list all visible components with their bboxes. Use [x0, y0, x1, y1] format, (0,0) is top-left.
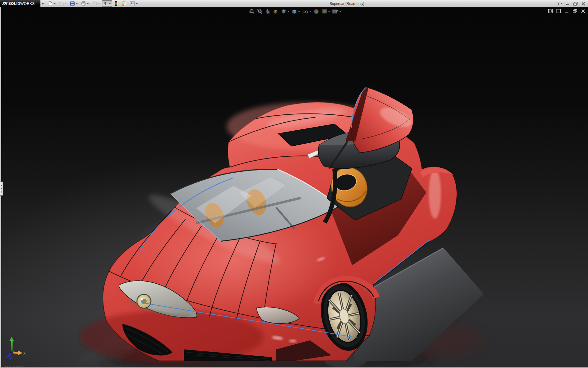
rebuild-button[interactable]	[113, 0, 119, 7]
options-button[interactable]	[129, 0, 139, 7]
toolbar-expand-arrow-icon[interactable]: ▶	[42, 2, 44, 5]
3ds-logo-icon: 3S	[2, 1, 8, 6]
select-cursor-icon	[103, 1, 108, 6]
brand-wordmark: SOLIDWORKS	[8, 2, 35, 6]
print-button[interactable]	[80, 0, 90, 7]
view-orientation-icon	[281, 9, 287, 14]
zoom-to-fit-icon	[249, 9, 255, 14]
document-window-controls	[548, 9, 585, 13]
minimize-window-button[interactable]	[566, 2, 570, 6]
window-title: Supercar [Read-only]	[330, 2, 364, 6]
y-axis-arrow	[9, 337, 14, 341]
options-icon	[130, 1, 135, 6]
zoom-to-area-button[interactable]	[257, 8, 263, 15]
apply-scene-button[interactable]	[321, 8, 330, 15]
restore-document-button[interactable]	[573, 9, 577, 13]
close-document-button[interactable]	[581, 9, 585, 13]
dropdown-caret[interactable]	[136, 3, 138, 4]
dropdown-caret[interactable]	[310, 11, 311, 12]
dropdown-caret[interactable]	[288, 11, 289, 12]
restore-icon	[573, 9, 577, 13]
open-button[interactable]	[58, 0, 68, 7]
dropdown-caret[interactable]	[76, 3, 78, 4]
restore-window-button[interactable]	[573, 2, 578, 6]
minimize-icon	[566, 2, 570, 6]
section-view-icon	[273, 9, 279, 14]
help-icon: ?	[557, 1, 560, 6]
file-properties-icon	[121, 1, 127, 6]
collapse-arrow-icon	[1, 184, 2, 186]
expand-right-pane-button[interactable]	[556, 9, 561, 13]
section-view-button[interactable]	[273, 8, 279, 15]
dropdown-caret[interactable]	[109, 3, 111, 4]
z-axis-arrow	[6, 354, 10, 358]
undo-icon	[92, 1, 97, 6]
dropdown-caret[interactable]	[328, 11, 330, 12]
previous-view-button[interactable]	[265, 8, 271, 15]
dropdown-caret[interactable]	[98, 3, 100, 4]
view-settings-icon	[332, 9, 338, 14]
save-icon	[70, 1, 75, 6]
zoom-to-area-icon	[257, 9, 263, 14]
display-style-icon	[292, 9, 297, 14]
solidworks-brand: 3S SOLIDWORKS	[0, 0, 40, 7]
x-axis	[12, 352, 18, 353]
edit-appearance-button[interactable]	[313, 8, 320, 15]
dropdown-caret[interactable]	[298, 11, 300, 12]
edit-appearance-icon	[314, 9, 319, 14]
select-button[interactable]	[102, 0, 112, 7]
collapse-left-pane-icon	[548, 9, 553, 13]
graphics-area[interactable]	[0, 7, 588, 368]
dropdown-caret[interactable]	[561, 3, 563, 4]
z-axis-label: Z	[10, 356, 12, 360]
previous-view-icon	[265, 9, 271, 14]
triad-origin	[10, 351, 13, 354]
undo-button[interactable]	[91, 0, 101, 7]
x-axis-label: X	[23, 351, 26, 355]
hide-show-items-icon	[302, 9, 309, 14]
minimize-document-button[interactable]	[565, 9, 569, 13]
display-style-button[interactable]	[291, 8, 300, 15]
minimize-icon	[565, 9, 569, 13]
collapse-arrow-icon	[1, 188, 2, 190]
dropdown-caret[interactable]	[65, 3, 67, 4]
close-icon	[581, 2, 586, 6]
apply-scene-icon	[322, 9, 327, 14]
help-button[interactable]: ?	[557, 1, 563, 6]
save-button[interactable]	[69, 0, 79, 7]
standard-toolbar	[46, 0, 139, 7]
feature-manager-collapse-tab[interactable]	[0, 182, 3, 196]
hide-show-items-button[interactable]	[302, 8, 312, 15]
expand-right-pane-icon	[556, 9, 561, 13]
restore-icon	[573, 2, 578, 6]
rebuild-traffic-light-icon	[114, 1, 118, 6]
close-icon	[581, 9, 585, 13]
print-icon	[81, 1, 86, 6]
graphics-viewport[interactable]: X Z *Dimetric	[0, 7, 588, 368]
view-orientation-button[interactable]	[281, 8, 290, 15]
dropdown-caret[interactable]	[87, 3, 89, 4]
dropdown-caret[interactable]	[339, 11, 341, 12]
close-window-button[interactable]	[581, 2, 586, 6]
open-folder-icon	[59, 1, 64, 6]
zoom-to-fit-button[interactable]	[249, 8, 255, 15]
title-bar: 3S SOLIDWORKS ▶	[0, 0, 588, 7]
file-properties-button[interactable]	[120, 0, 128, 7]
collapse-arrow-icon	[1, 191, 2, 193]
heads-up-view-toolbar	[249, 8, 341, 15]
new-document-icon	[48, 1, 53, 6]
titlebar-controls: ?	[557, 0, 586, 7]
dropdown-caret[interactable]	[54, 3, 56, 4]
collapse-left-pane-button[interactable]	[548, 9, 553, 13]
new-document-button[interactable]	[47, 0, 57, 7]
x-axis-arrow	[18, 351, 23, 355]
view-settings-button[interactable]	[332, 8, 341, 15]
reference-triad: X Z	[4, 336, 26, 360]
y-axis	[11, 340, 13, 352]
